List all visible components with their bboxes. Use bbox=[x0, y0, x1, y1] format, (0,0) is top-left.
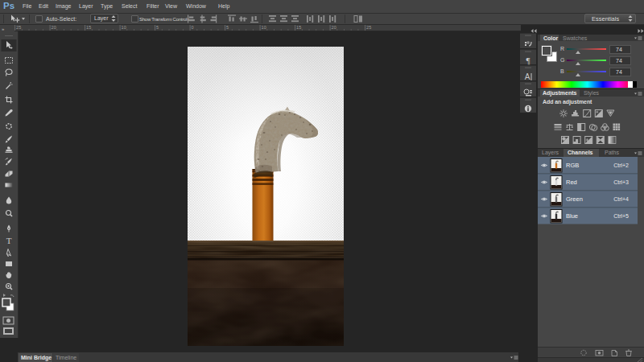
svg-text:5: 5 bbox=[226, 25, 229, 30]
svg-text:Red: Red bbox=[566, 179, 577, 186]
svg-text:5: 5 bbox=[156, 25, 159, 30]
svg-text:Ctrl+5: Ctrl+5 bbox=[613, 213, 629, 219]
svg-text:15: 15 bbox=[296, 25, 301, 30]
svg-text:25: 25 bbox=[16, 25, 21, 30]
svg-text:¶: ¶ bbox=[526, 56, 530, 65]
svg-text:20: 20 bbox=[52, 25, 56, 30]
svg-text:A: A bbox=[525, 72, 530, 81]
svg-text:Blue: Blue bbox=[566, 212, 578, 220]
svg-text:25: 25 bbox=[366, 25, 371, 30]
svg-text:10: 10 bbox=[122, 25, 126, 30]
svg-text:T: T bbox=[6, 236, 12, 245]
svg-text:Green: Green bbox=[566, 195, 583, 203]
svg-text:Ctrl+2: Ctrl+2 bbox=[613, 162, 629, 168]
svg-text:15: 15 bbox=[86, 25, 91, 30]
svg-text:0: 0 bbox=[192, 25, 194, 30]
svg-text:20: 20 bbox=[332, 25, 336, 30]
svg-text:Ctrl+4: Ctrl+4 bbox=[613, 196, 629, 202]
svg-text:RGB: RGB bbox=[566, 162, 579, 169]
svg-text:Ctrl+3: Ctrl+3 bbox=[613, 179, 629, 185]
svg-text:10: 10 bbox=[262, 25, 266, 30]
